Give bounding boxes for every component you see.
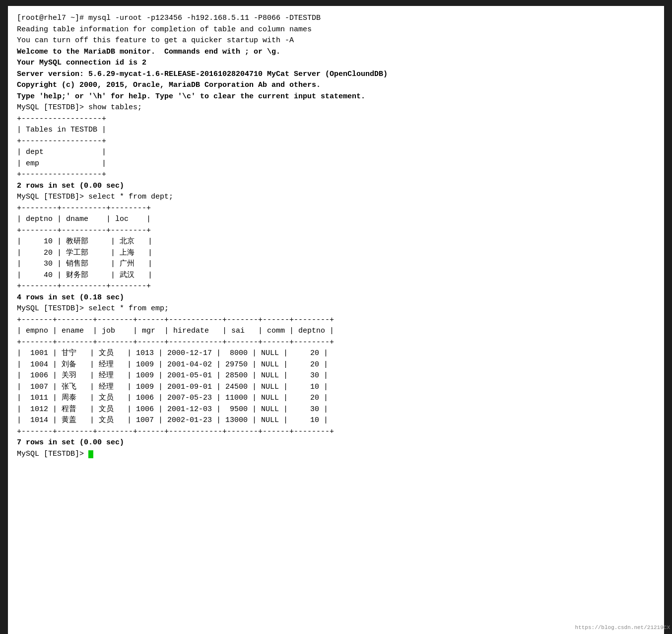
terminal-line: | 1007 | 张飞 | 经理 | 1009 | 2001-09-01 | 2… <box>17 382 655 393</box>
terminal-line: | emp | <box>17 158 655 170</box>
terminal-line: | 1004 | 刘备 | 经理 | 1009 | 2001-04-02 | 2… <box>17 359 655 371</box>
terminal-line: | 1006 | 关羽 | 经理 | 1009 | 2001-05-01 | 2… <box>17 370 655 382</box>
terminal-line: | empno | ename | job | mgr | hiredate |… <box>17 326 655 337</box>
terminal-line: | 1014 | 黄盖 | 文员 | 1007 | 2002-01-23 | 1… <box>17 415 655 426</box>
terminal-line: Your MySQL connection id is 2 <box>17 58 655 69</box>
terminal-line: +--------+----------+--------+ <box>17 225 655 237</box>
terminal-line: | dept | <box>17 147 655 158</box>
terminal-line: | 1012 | 程普 | 文员 | 1006 | 2001-12-03 | 9… <box>17 404 655 416</box>
terminal-line: MySQL [TESTDB]> select * from dept; <box>17 192 655 203</box>
terminal-line: | 10 | 教研部 | 北京 | <box>17 236 655 248</box>
terminal-line: 4 rows in set (0.18 sec) <box>17 292 655 304</box>
terminal-line: | 1011 | 周泰 | 文员 | 1006 | 2007-05-23 | 1… <box>17 393 655 404</box>
terminal-line: You can turn off this feature to get a q… <box>17 35 655 47</box>
terminal-line: +-------+--------+--------+------+------… <box>17 426 655 438</box>
terminal-line: Reading table information for completion… <box>17 24 655 36</box>
terminal-window: [root@rhel7 ~]# mysql -uroot -p123456 -h… <box>8 6 664 634</box>
terminal-line: MySQL [TESTDB]> select * from emp; <box>17 303 655 315</box>
terminal-line: Copyright (c) 2000, 2015, Oracle, MariaD… <box>17 80 655 91</box>
terminal-line: +------------------+ <box>17 114 655 125</box>
terminal-line: MySQL [TESTDB]> show tables; <box>17 102 655 114</box>
terminal-line: [root@rhel7 ~]# mysql -uroot -p123456 -h… <box>17 13 655 24</box>
terminal-line: Welcome to the MariaDB monitor. Commands… <box>17 47 655 58</box>
terminal-line: +------------------+ <box>17 136 655 147</box>
terminal-line: +-------+--------+--------+------+------… <box>17 337 655 349</box>
terminal-line: +--------+----------+--------+ <box>17 281 655 292</box>
terminal-line: MySQL [TESTDB]> <box>17 449 655 460</box>
terminal-line: | 30 | 销售部 | 广州 | <box>17 259 655 270</box>
terminal-line: 7 rows in set (0.00 sec) <box>17 437 655 449</box>
terminal-line: +--------+----------+--------+ <box>17 203 655 214</box>
terminal-line: +-------+--------+--------+------+------… <box>17 315 655 326</box>
terminal-line: | 40 | 财务部 | 武汉 | <box>17 270 655 282</box>
terminal-line: Type 'help;' or '\h' for help. Type '\c'… <box>17 91 655 103</box>
terminal-line: +------------------+ <box>17 169 655 181</box>
url-watermark: https://blog.csdn.net/21219CX <box>575 624 670 632</box>
terminal-line: | 20 | 学工部 | 上海 | <box>17 248 655 259</box>
terminal-line: | 1001 | 甘宁 | 文员 | 1013 | 2000-12-17 | 8… <box>17 348 655 359</box>
terminal-line: | deptno | dname | loc | <box>17 214 655 225</box>
terminal-line: Server version: 5.6.29-mycat-1.6-RELEASE… <box>17 69 655 80</box>
terminal-cursor <box>88 450 93 458</box>
terminal-line: 2 rows in set (0.00 sec) <box>17 181 655 192</box>
terminal-line: | Tables in TESTDB | <box>17 125 655 136</box>
